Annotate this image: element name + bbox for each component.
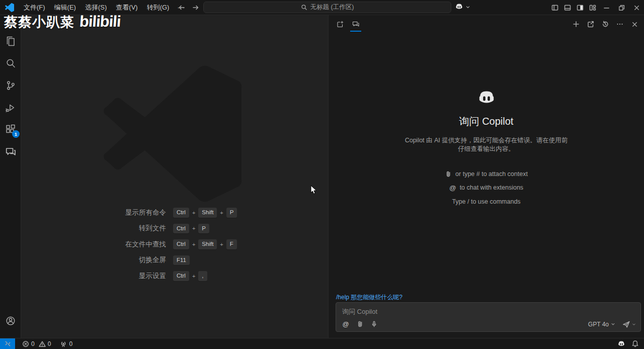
keycap: Ctrl bbox=[173, 224, 189, 234]
editor-area: 显示所有命令 Ctrl + Shift + P 转到文件 Ctrl + P 在文 bbox=[21, 15, 328, 338]
panel-header bbox=[329, 15, 644, 32]
close-window-button[interactable] bbox=[629, 0, 644, 15]
shortcut-label: 在文件中查找 bbox=[21, 240, 166, 249]
toggle-sidebar-left-icon[interactable] bbox=[548, 0, 561, 15]
shortcut-label: 显示设置 bbox=[21, 272, 166, 281]
back-arrow-icon[interactable] bbox=[178, 4, 186, 12]
menu-edit[interactable]: 编辑(E) bbox=[50, 1, 80, 14]
chat-input[interactable] bbox=[342, 306, 634, 316]
extensions-icon[interactable]: 1 bbox=[5, 124, 17, 136]
account-icon[interactable] bbox=[5, 315, 17, 327]
open-in-editor-button[interactable] bbox=[585, 19, 596, 30]
chevron-down-icon bbox=[465, 4, 471, 10]
search-view-icon[interactable] bbox=[5, 57, 17, 69]
plus-separator: + bbox=[192, 241, 195, 247]
keycap: Ctrl bbox=[173, 239, 189, 249]
panel-actions bbox=[571, 19, 640, 30]
toggle-panel-icon[interactable] bbox=[561, 0, 574, 15]
source-control-icon[interactable] bbox=[5, 79, 17, 92]
history-button[interactable] bbox=[600, 19, 611, 30]
keycap: F bbox=[226, 239, 237, 249]
minimize-button[interactable] bbox=[599, 0, 614, 15]
errors-icon bbox=[22, 340, 29, 347]
plus-separator: + bbox=[192, 273, 195, 279]
shortcut-label: 显示所有命令 bbox=[21, 208, 166, 217]
at-icon: @ bbox=[342, 320, 349, 328]
command-center-search[interactable]: 无标题 (工作区) bbox=[203, 2, 451, 13]
search-icon bbox=[301, 4, 307, 11]
ports-indicator[interactable]: 0 bbox=[57, 338, 75, 349]
menu-goto[interactable]: 转到(G) bbox=[142, 1, 174, 14]
mouse-cursor bbox=[310, 185, 317, 195]
shortcut-row: 显示设置 Ctrl + , bbox=[21, 268, 328, 284]
menu-view[interactable]: 查看(V) bbox=[111, 1, 142, 14]
toggle-sidebar-right-icon[interactable] bbox=[574, 0, 586, 15]
shortcut-label: 切换全屏 bbox=[21, 255, 166, 265]
new-chat-button[interactable] bbox=[571, 19, 582, 30]
run-debug-icon[interactable] bbox=[5, 102, 17, 114]
status-right bbox=[614, 338, 644, 349]
plus-separator: + bbox=[220, 241, 223, 247]
plus-separator: + bbox=[192, 225, 195, 231]
shortcut-row: 切换全屏 F11 bbox=[21, 252, 328, 269]
notifications-bell-button[interactable] bbox=[628, 338, 644, 349]
remote-indicator[interactable] bbox=[0, 338, 15, 349]
keycap: P bbox=[198, 224, 209, 234]
model-picker[interactable]: GPT 4o bbox=[588, 321, 616, 328]
window-controls bbox=[548, 0, 644, 15]
copilot-hints: or type # to attach context @ to chat wi… bbox=[329, 167, 644, 209]
tab-edit-session[interactable] bbox=[335, 19, 346, 30]
mention-button[interactable]: @ bbox=[341, 319, 351, 329]
tab-chat[interactable] bbox=[350, 19, 361, 30]
chat-view-icon[interactable] bbox=[5, 146, 17, 158]
hint-chat-extensions: @ to chat with extensions bbox=[329, 181, 644, 195]
help-suggestion-link[interactable]: /help 那您能做些什么呢? bbox=[336, 293, 403, 302]
bell-icon bbox=[631, 340, 639, 347]
input-right-controls: GPT 4o bbox=[588, 320, 636, 328]
shortcut-row: 显示所有命令 Ctrl + Shift + P bbox=[21, 205, 328, 221]
warnings-icon bbox=[39, 340, 46, 347]
forward-arrow-icon[interactable] bbox=[192, 4, 200, 12]
microphone-icon bbox=[370, 320, 378, 328]
panel-tabs bbox=[335, 19, 361, 30]
window-title: 无标题 (工作区) bbox=[310, 3, 354, 12]
error-count: 0 bbox=[31, 340, 35, 347]
menu-file[interactable]: 文件(F) bbox=[19, 1, 50, 14]
keycap: Ctrl bbox=[173, 271, 189, 281]
keycap: Ctrl bbox=[173, 208, 189, 218]
attach-context-button[interactable] bbox=[355, 319, 365, 329]
explorer-icon[interactable] bbox=[5, 35, 17, 47]
voice-input-button[interactable] bbox=[369, 319, 379, 329]
chat-input-box[interactable]: @ GPT 4o bbox=[336, 302, 641, 332]
radio-tower-icon bbox=[60, 340, 67, 347]
statusbar-copilot-button[interactable] bbox=[614, 338, 628, 349]
restore-button[interactable] bbox=[614, 0, 629, 15]
history-navigation bbox=[178, 4, 200, 12]
problems-indicator[interactable]: 0 0 bbox=[19, 338, 54, 349]
at-icon: @ bbox=[449, 184, 456, 192]
copilot-welcome: 询问 Copilot Copilot 由 AI 提供支持，因此可能会存在错误。请… bbox=[329, 88, 644, 209]
send-button[interactable] bbox=[622, 320, 636, 328]
more-actions-button[interactable] bbox=[614, 19, 625, 30]
customize-layout-icon[interactable] bbox=[586, 0, 599, 15]
copilot-title: 询问 Copilot bbox=[329, 115, 644, 128]
copilot-chat-panel: 询问 Copilot Copilot 由 AI 提供支持，因此可能会存在错误。请… bbox=[328, 15, 644, 338]
keycap: Shift bbox=[198, 239, 217, 249]
keycap: Shift bbox=[198, 208, 217, 218]
titlebar-copilot-button[interactable] bbox=[455, 3, 471, 11]
keycap: , bbox=[198, 271, 207, 281]
status-bar: 0 0 0 bbox=[0, 338, 644, 349]
keyboard-shortcut-hints: 显示所有命令 Ctrl + Shift + P 转到文件 Ctrl + P 在文 bbox=[21, 205, 328, 284]
vscode-logo-icon bbox=[5, 3, 14, 12]
shortcut-label: 转到文件 bbox=[21, 224, 166, 233]
copilot-icon bbox=[455, 3, 463, 11]
close-panel-button[interactable] bbox=[629, 19, 640, 30]
paperclip-icon bbox=[356, 320, 364, 328]
send-icon bbox=[622, 320, 630, 328]
hint-attach-context: or type # to attach context bbox=[329, 167, 644, 181]
chat-tab-icon bbox=[352, 20, 360, 28]
ports-count: 0 bbox=[69, 340, 72, 347]
copilot-logo-icon bbox=[476, 88, 497, 108]
chevron-down-icon bbox=[631, 322, 636, 327]
menu-selection[interactable]: 选择(S) bbox=[80, 1, 111, 14]
